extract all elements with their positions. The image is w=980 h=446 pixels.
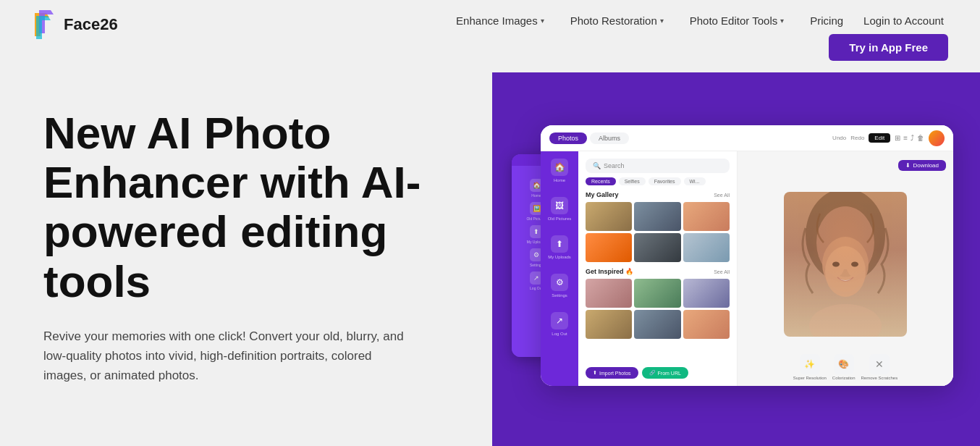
toolbar-icons: ⊞ ≡ ⤴ 🗑 bbox=[895, 134, 924, 142]
filter-pills: Recents Selfies Favorites Wi... bbox=[586, 177, 730, 185]
from-url-button[interactable]: 🔗 From URL bbox=[642, 367, 688, 379]
logo-area[interactable]: Face26 bbox=[29, 0, 118, 41]
gallery-title: My Gallery bbox=[586, 191, 619, 198]
undo-label[interactable]: Undo bbox=[832, 135, 846, 141]
sidebar-item-pictures[interactable]: 🖼 Old Pictures bbox=[548, 197, 572, 221]
chevron-down-icon: ▾ bbox=[541, 17, 544, 25]
preview-tools: ✨ Super Resolution 🎨 Colorization ✕ Remo… bbox=[793, 354, 897, 380]
photo-thumb[interactable] bbox=[683, 202, 730, 231]
nav-top: Enhance Images ▾ Photo Restoration ▾ Pho… bbox=[443, 0, 951, 31]
photo-thumb[interactable] bbox=[634, 233, 680, 262]
app-tabs: Photos Albums bbox=[549, 132, 827, 144]
trash-icon: 🗑 bbox=[917, 134, 924, 142]
hero-title: New AI Photo Enhancer with AI-powered ed… bbox=[43, 109, 449, 306]
photo-thumb[interactable] bbox=[586, 233, 632, 262]
resolution-icon: ✨ bbox=[800, 354, 820, 374]
photo-thumb[interactable] bbox=[586, 310, 632, 339]
sidebar-item-uploads[interactable]: ⬆ My Uploads bbox=[548, 235, 571, 259]
sidebar-uploads-label: My Uploads bbox=[548, 255, 571, 259]
photo-thumb[interactable] bbox=[683, 233, 730, 262]
photo-thumb[interactable] bbox=[634, 310, 680, 339]
sidebar-logout-label: Log Out bbox=[552, 332, 567, 336]
photo-thumb[interactable] bbox=[586, 279, 632, 308]
search-icon: 🔍 bbox=[593, 162, 601, 169]
app-toolbar-actions: Undo Redo Edit ⊞ ≡ ⤴ 🗑 bbox=[832, 130, 945, 146]
inspired-section-header: Get Inspired 🔥 See All bbox=[586, 268, 730, 275]
redo-label[interactable]: Redo bbox=[850, 135, 864, 141]
remove-icon: ✕ bbox=[869, 354, 890, 374]
hero-description: Revive your memories with one click! Con… bbox=[43, 327, 405, 386]
gallery-section-header: My Gallery See All bbox=[586, 191, 730, 198]
sidebar-settings-label: Settings bbox=[552, 293, 567, 298]
chevron-down-icon: ▾ bbox=[660, 17, 664, 25]
filter-recents[interactable]: Recents bbox=[586, 177, 616, 185]
sidebar-item-settings[interactable]: ⚙ Settings bbox=[551, 274, 568, 298]
logout-icon: ↗ bbox=[551, 312, 568, 329]
svg-point-6 bbox=[809, 304, 882, 337]
grid-icon: ⊞ bbox=[895, 134, 900, 142]
photo-thumb[interactable] bbox=[634, 279, 680, 308]
sidebar-item-logout[interactable]: ↗ Log Out bbox=[551, 312, 568, 336]
hair-svg bbox=[784, 192, 907, 337]
link-icon: 🔗 bbox=[649, 370, 656, 376]
colorization-icon: 🎨 bbox=[834, 354, 854, 374]
upload-icon: ⬆ bbox=[551, 235, 568, 253]
filter-more[interactable]: Wi... bbox=[684, 177, 706, 185]
app-body: 🏠 Home 🖼 Old Pictures ⬆ My Uploads ⚙ bbox=[541, 151, 953, 386]
brand-name: Face26 bbox=[64, 15, 118, 34]
filter-favorites[interactable]: Favorites bbox=[649, 177, 681, 185]
photo-thumb[interactable] bbox=[683, 279, 730, 308]
search-bar[interactable]: 🔍 Search bbox=[586, 159, 730, 173]
home-icon: 🏠 bbox=[551, 159, 568, 176]
nav-photo-editor-tools[interactable]: Photo Editor Tools ▾ bbox=[677, 10, 797, 31]
colorization-tool[interactable]: 🎨 Colorization bbox=[832, 354, 856, 380]
tool-label: Super Resolution bbox=[793, 376, 827, 380]
app-topbar: Photos Albums Undo Redo Edit ⊞ ≡ ⤴ 🗑 bbox=[541, 125, 953, 151]
nav-area: Enhance Images ▾ Photo Restoration ▾ Pho… bbox=[118, 0, 951, 61]
inspired-title: Get Inspired 🔥 bbox=[586, 268, 633, 275]
app-mockup: 🏠 Home 🖼️ Old Pictures ⬆ My Uploads bbox=[512, 125, 960, 408]
hero-section: New AI Photo Enhancer with AI-powered ed… bbox=[0, 72, 492, 446]
nav-enhance-images[interactable]: Enhance Images ▾ bbox=[443, 10, 557, 31]
edit-button[interactable]: Edit bbox=[869, 133, 890, 143]
gallery-see-all[interactable]: See All bbox=[714, 193, 730, 198]
tool-label: Colorization bbox=[832, 376, 856, 380]
sidebar-item-home[interactable]: 🏠 Home bbox=[551, 159, 568, 182]
share-icon: ⤴ bbox=[911, 134, 914, 142]
inspired-see-all[interactable]: See All bbox=[714, 269, 730, 274]
try-app-button[interactable]: Try in App Free bbox=[829, 34, 948, 61]
import-photos-button[interactable]: ⬆ Import Photos bbox=[586, 367, 638, 379]
logo-icon bbox=[29, 9, 58, 41]
pictures-icon: 🖼 bbox=[551, 197, 568, 214]
nav-bottom: Try in App Free bbox=[829, 31, 951, 61]
svg-point-5 bbox=[851, 261, 858, 266]
app-main-content: 🔍 Search Recents Selfies Favorites Wi...… bbox=[578, 151, 953, 386]
user-avatar bbox=[929, 130, 945, 146]
settings-icon: ⚙ bbox=[551, 274, 568, 291]
nav-photo-restoration[interactable]: Photo Restoration ▾ bbox=[557, 10, 677, 31]
filter-selfies[interactable]: Selfies bbox=[619, 177, 646, 185]
sidebar-pictures-label: Old Pictures bbox=[548, 216, 572, 221]
sort-icon: ≡ bbox=[903, 134, 908, 142]
download-button[interactable]: ⬇ Download bbox=[898, 160, 946, 171]
header: Face26 Enhance Images ▾ Photo Restoratio… bbox=[0, 0, 980, 72]
app-sidebar: 🏠 Home 🖼 Old Pictures ⬆ My Uploads ⚙ bbox=[541, 151, 578, 386]
remove-scratches-tool[interactable]: ✕ Remove Scratches bbox=[861, 354, 898, 380]
download-icon: ⬇ bbox=[905, 162, 911, 169]
nav-pricing[interactable]: Pricing bbox=[797, 10, 856, 31]
gallery-panel: 🔍 Search Recents Selfies Favorites Wi...… bbox=[578, 151, 738, 386]
tab-photos[interactable]: Photos bbox=[549, 132, 587, 144]
photo-thumb[interactable] bbox=[683, 310, 730, 339]
super-resolution-tool[interactable]: ✨ Super Resolution bbox=[793, 354, 827, 380]
inspired-grid bbox=[586, 279, 730, 339]
app-window: Photos Albums Undo Redo Edit ⊞ ≡ ⤴ 🗑 bbox=[541, 125, 953, 386]
tab-albums[interactable]: Albums bbox=[590, 132, 629, 144]
preview-portrait bbox=[784, 192, 907, 337]
gallery-grid bbox=[586, 202, 730, 262]
import-icon: ⬆ bbox=[593, 370, 597, 376]
photo-thumb[interactable] bbox=[634, 202, 680, 231]
photo-thumb[interactable] bbox=[586, 202, 632, 231]
svg-point-4 bbox=[832, 261, 840, 266]
nav-login[interactable]: Login to Account bbox=[856, 10, 951, 31]
chevron-down-icon: ▾ bbox=[780, 17, 784, 25]
